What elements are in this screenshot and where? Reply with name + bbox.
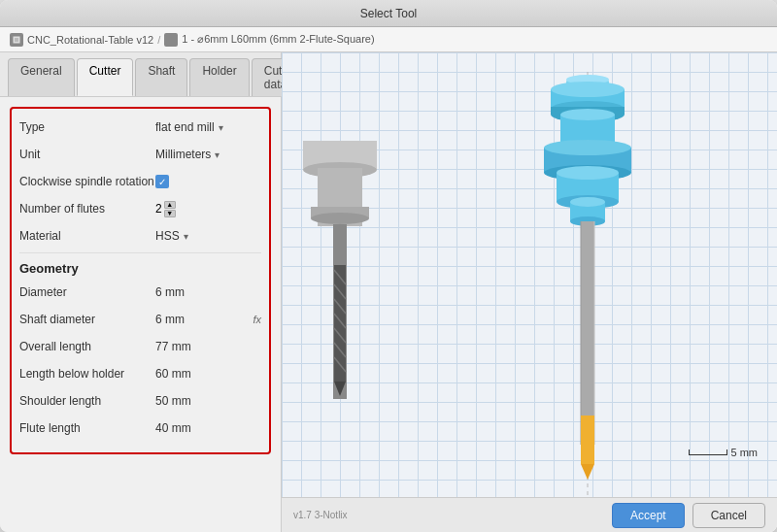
svg-point-36 — [557, 166, 619, 180]
scale-text: 5 mm — [731, 447, 759, 458]
cancel-button[interactable]: Cancel — [693, 503, 765, 528]
svg-rect-0 — [13, 36, 20, 44]
svg-rect-3 — [169, 36, 173, 44]
overall-length-value[interactable]: 77 mm — [155, 340, 261, 353]
unit-label: Unit — [19, 148, 155, 161]
shoulder-length-row: Shoulder length 50 mm — [19, 390, 261, 412]
small-tool-preview — [282, 52, 398, 497]
tab-general[interactable]: General — [8, 58, 75, 96]
fx-icon[interactable]: fx — [253, 314, 261, 325]
flutes-input[interactable]: 2 ▲ ▼ — [155, 201, 176, 217]
unit-select[interactable]: Millimeters ▾ — [155, 148, 220, 161]
3d-tool-svg — [490, 72, 685, 497]
tab-holder[interactable]: Holder — [189, 58, 249, 96]
scale-indicator: 5 mm — [689, 447, 759, 458]
breadcrumb: CNC_Rotational-Table v12 / 1 - ⌀6mm L60m… — [0, 27, 777, 52]
scale-bar: 5 mm — [689, 447, 759, 458]
big-tool-preview — [398, 52, 777, 497]
spindle-label: Clockwise spindle rotation — [19, 175, 155, 188]
flutes-label: Number of flutes — [19, 202, 155, 216]
overall-length-row: Overall length 77 mm — [19, 336, 261, 357]
spindle-row: Clockwise spindle rotation ✓ — [19, 171, 261, 192]
unit-row: Unit Millimeters ▾ — [19, 144, 261, 165]
length-below-holder-row: Length below holder 60 mm — [19, 363, 261, 384]
breadcrumb-tool: 1 - ⌀6mm L60mm (6mm 2-Flute-Square) — [182, 33, 374, 46]
tabs-container: General Cutter Shaft Holder Cutting data… — [0, 52, 281, 97]
length-below-holder-label: Length below holder — [19, 367, 155, 381]
flute-length-row: Flute length 40 mm — [19, 417, 261, 439]
unit-dropdown-icon: ▾ — [215, 150, 220, 160]
spindle-checkbox[interactable]: ✓ — [155, 175, 169, 188]
breadcrumb-project: CNC_Rotational-Table v12 — [27, 34, 153, 46]
diameter-label: Diameter — [19, 285, 155, 299]
unit-value: Millimeters — [155, 148, 211, 161]
svg-point-33 — [544, 140, 631, 155]
tool-preview-area: 5 mm — [282, 52, 777, 497]
material-dropdown-icon: ▾ — [184, 231, 188, 242]
file-icon — [10, 33, 23, 47]
material-value: HSS — [155, 229, 180, 243]
form-area: Type flat end mill ▾ Unit Millimeters ▾ — [0, 97, 281, 532]
flutes-decrement[interactable]: ▼ — [164, 210, 176, 217]
material-row: Material HSS ▾ — [19, 225, 261, 247]
title-bar: Select Tool — [0, 0, 777, 27]
main-content: General Cutter Shaft Holder Cutting data… — [0, 52, 777, 532]
shaft-diameter-value[interactable]: 6 mm — [155, 313, 249, 326]
geometry-title: Geometry — [19, 261, 261, 276]
flute-length-label: Flute length — [19, 421, 155, 435]
svg-point-25 — [551, 82, 625, 97]
main-window: Select Tool CNC_Rotational-Table v12 / 1… — [0, 0, 777, 532]
bottom-bar: v1.7 3-Notlix Accept Cancel — [282, 497, 777, 532]
material-select[interactable]: HSS ▾ — [155, 229, 188, 243]
flutes-row: Number of flutes 2 ▲ ▼ — [19, 198, 261, 219]
diameter-value[interactable]: 6 mm — [155, 285, 261, 299]
svg-point-30 — [560, 109, 615, 120]
svg-point-39 — [570, 197, 605, 207]
shoulder-length-value[interactable]: 50 mm — [155, 394, 261, 408]
accept-button[interactable]: Accept — [612, 503, 685, 528]
shaft-diameter-row: Shaft diameter 6 mm fx — [19, 309, 261, 330]
divider-1 — [19, 252, 261, 253]
flute-length-value[interactable]: 40 mm — [155, 421, 261, 435]
checkmark-icon: ✓ — [158, 177, 166, 187]
flutes-value: 2 — [155, 202, 162, 216]
diameter-row: Diameter 6 mm — [19, 282, 261, 303]
flutes-spinbuttons[interactable]: ▲ ▼ — [164, 201, 176, 217]
svg-rect-44 — [581, 416, 594, 464]
left-panel: General Cutter Shaft Holder Cutting data… — [0, 52, 282, 532]
type-select[interactable]: flat end mill ▾ — [155, 120, 223, 134]
bottom-buttons: Accept Cancel — [612, 503, 765, 528]
tab-shaft[interactable]: Shaft — [135, 58, 187, 96]
shoulder-length-label: Shoulder length — [19, 394, 155, 408]
type-dropdown-icon: ▾ — [219, 122, 223, 133]
svg-point-9 — [311, 213, 369, 224]
overall-length-label: Overall length — [19, 340, 155, 353]
tab-cutter[interactable]: Cutter — [77, 58, 134, 96]
version-text: v1.7 3-Notlix — [293, 510, 348, 520]
tool-icon — [164, 33, 178, 47]
svg-rect-41 — [581, 221, 594, 445]
small-drill-svg — [296, 119, 384, 430]
material-label: Material — [19, 229, 155, 243]
breadcrumb-sep1: / — [157, 34, 160, 46]
cutter-section: Type flat end mill ▾ Unit Millimeters ▾ — [10, 107, 271, 454]
type-label: Type — [19, 120, 155, 134]
right-panel: 5 mm v1.7 3-Notlix Accept Cancel — [282, 52, 777, 532]
type-row: Type flat end mill ▾ — [19, 116, 261, 138]
scale-line — [689, 449, 727, 455]
window-title: Select Tool — [360, 7, 417, 20]
shaft-diameter-label: Shaft diameter — [19, 313, 155, 326]
flutes-increment[interactable]: ▲ — [164, 201, 176, 209]
length-below-holder-value[interactable]: 60 mm — [155, 367, 261, 381]
svg-marker-45 — [581, 464, 594, 480]
type-value: flat end mill — [155, 120, 215, 134]
